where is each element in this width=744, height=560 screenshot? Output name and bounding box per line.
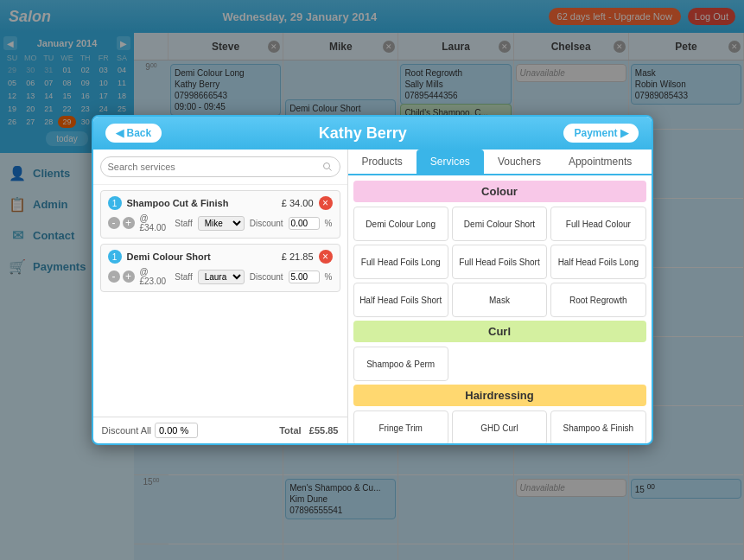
content-area: Steve ✕ Mike ✕ Laura ✕ Chelsea ✕ Pete ✕	[134, 33, 744, 560]
modal-right-panel: Products Services Vouchers Appointments …	[348, 150, 652, 443]
modal-dialog: ◀ Back Kathy Berry Payment ▶	[134, 115, 653, 445]
qty-plus-button[interactable]: +	[134, 217, 135, 229]
discount-all-label: Discount All	[134, 425, 151, 436]
tab-products[interactable]: Products	[348, 150, 417, 174]
service-button[interactable]: Mask	[452, 283, 547, 317]
discount-label: Discount	[250, 219, 283, 228]
list-item: 1 Demi Colour Short £ 21.85 × - +	[134, 244, 340, 292]
tab-services[interactable]: Services	[417, 150, 484, 174]
discount-input-1[interactable]	[289, 217, 320, 230]
staff-select[interactable]: Mike Steve Laura	[198, 216, 245, 231]
staff-label: Staff	[175, 272, 192, 282]
service-at-price: @ £34.00	[140, 213, 170, 232]
service-button[interactable]: Half Head Foils Short	[353, 283, 448, 317]
service-button[interactable]: Root Regrowth	[550, 283, 645, 317]
tab-vouchers[interactable]: Vouchers	[484, 150, 555, 174]
modal-tabs: Products Services Vouchers Appointments	[348, 150, 652, 175]
service-button[interactable]: Full Head Foils Short	[452, 245, 547, 279]
modal-footer: Discount All Total £55.85	[134, 417, 347, 443]
qty-plus-button[interactable]: +	[134, 270, 135, 283]
staff-select[interactable]: Laura Mike Steve	[198, 270, 245, 284]
service-button[interactable]: Demi Colour Long	[353, 207, 448, 241]
modal-header: ◀ Back Kathy Berry Payment ▶	[134, 117, 652, 150]
tab-appointments[interactable]: Appointments	[555, 150, 645, 174]
service-remove-button[interactable]: ×	[319, 196, 333, 210]
service-price: £ 21.85	[282, 251, 314, 262]
modal-back-button[interactable]: ◀ Back	[134, 124, 162, 143]
search-input[interactable]	[134, 156, 340, 177]
discount-label: Discount	[250, 272, 283, 282]
list-item: 1 Shampoo Cut & Finish £ 34.00 × - +	[134, 190, 340, 239]
service-item-header: 1 Demi Colour Short £ 21.85 ×	[134, 250, 333, 264]
service-button[interactable]: Demi Colour Short	[452, 207, 547, 241]
services-row: Demi Colour Long Demi Colour Short Full …	[353, 207, 646, 241]
footer-discount: Discount All	[134, 423, 198, 438]
discount-input-2[interactable]	[289, 270, 320, 283]
modal-payment-button[interactable]: Payment ▶	[563, 124, 639, 143]
service-button[interactable]: Fringe Trim	[353, 410, 448, 443]
services-row: Fringe Trim GHD Curl Shampoo & Finish	[353, 410, 646, 443]
discount-pct: %	[325, 272, 333, 282]
modal-title: Kathy Berry	[319, 124, 407, 143]
service-item-header: 1 Shampoo Cut & Finish £ 34.00 ×	[134, 196, 333, 210]
category-header-hairdressing: Hairdressing	[353, 385, 646, 406]
modal-left-panel: 1 Shampoo Cut & Finish £ 34.00 × - +	[134, 150, 348, 443]
service-at-price: @ £23.00	[140, 267, 170, 286]
service-button[interactable]: Shampoo & Perm	[353, 347, 448, 381]
category-header-colour: Colour	[353, 181, 646, 202]
category-header-curl: Curl	[353, 321, 646, 342]
services-row: Full Head Foils Long Full Head Foils Sho…	[353, 245, 646, 279]
staff-label: Staff	[175, 219, 192, 228]
service-details: - + @ £34.00 Staff Mike Steve Laura	[134, 213, 333, 232]
service-button[interactable]: Shampoo & Finish	[550, 410, 645, 443]
service-list: 1 Shampoo Cut & Finish £ 34.00 × - +	[134, 185, 347, 417]
service-button[interactable]: Full Head Colour	[550, 207, 645, 241]
service-button[interactable]: Half Head Foils Long	[550, 245, 645, 279]
service-qty: - +	[134, 217, 135, 229]
services-row: Half Head Foils Short Mask Root Regrowth	[353, 283, 646, 317]
service-details: - + @ £23.00 Staff Laura Mike Steve	[134, 267, 333, 286]
services-row: Shampoo & Perm	[353, 347, 646, 381]
service-name: Demi Colour Short	[134, 251, 277, 262]
back-button-label: Back	[134, 127, 151, 139]
service-name: Shampoo Cut & Finish	[134, 198, 277, 208]
main-layout: ◀ January 2014 ▶ SU MO TU WE TH FR SA 29…	[0, 33, 744, 560]
payment-button-label: Payment	[574, 127, 617, 139]
modal-body: 1 Shampoo Cut & Finish £ 34.00 × - +	[134, 150, 652, 443]
footer-total: Total £55.85	[279, 425, 338, 436]
modal-overlay: ◀ Back Kathy Berry Payment ▶	[134, 33, 744, 560]
service-button[interactable]: GHD Curl	[452, 410, 547, 443]
discount-pct: %	[325, 219, 333, 228]
service-button[interactable]: Full Head Foils Long	[353, 245, 448, 279]
search-bar	[134, 150, 347, 185]
services-grid: Colour Demi Colour Long Demi Colour Shor…	[348, 175, 652, 443]
total-label: Total	[279, 425, 301, 436]
discount-all-input[interactable]	[155, 423, 198, 438]
payment-arrow-icon: ▶	[620, 127, 628, 139]
service-price: £ 34.00	[282, 198, 314, 208]
total-value: £55.85	[309, 425, 339, 436]
service-remove-button[interactable]: ×	[319, 250, 333, 264]
service-qty: - +	[134, 270, 135, 283]
